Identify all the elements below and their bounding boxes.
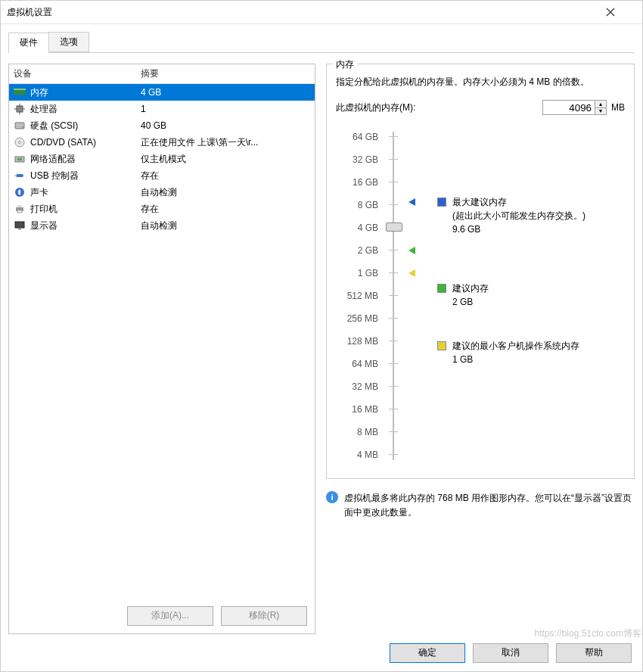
- swatch-max: [437, 198, 446, 207]
- svg-rect-13: [17, 205, 22, 207]
- device-row[interactable]: 声卡自动检测: [9, 184, 315, 201]
- ok-button[interactable]: 确定: [390, 643, 465, 663]
- cpu-icon: [14, 103, 26, 115]
- device-row[interactable]: 内存4 GB: [9, 84, 315, 101]
- memory-tick-label: 1 GB: [336, 262, 378, 285]
- svg-rect-10: [14, 175, 17, 176]
- settings-panel: 内存 指定分配给此虚拟机的内存量。内存大小必须为 4 MB 的倍数。 此虚拟机的…: [326, 64, 635, 634]
- slider-tick: [389, 159, 398, 160]
- memory-info-text: 虚拟机最多将此内存的 768 MB 用作图形内存。您可以在“显示器”设置页面中更…: [344, 491, 635, 520]
- device-row[interactable]: 硬盘 (SCSI)40 GB: [9, 117, 315, 134]
- tab-hardware[interactable]: 硬件: [8, 33, 49, 53]
- close-button[interactable]: [606, 8, 636, 17]
- header-summary: 摘要: [141, 67, 159, 80]
- svg-point-4: [22, 126, 23, 128]
- slider-tick: [389, 386, 398, 387]
- svg-rect-16: [18, 229, 21, 230]
- device-name: CD/DVD (SATA): [30, 137, 141, 148]
- usb-icon: [14, 170, 26, 182]
- legend-recommended-text: 建议内存 2 GB: [452, 282, 489, 309]
- device-name: 网络适配器: [30, 153, 141, 166]
- info-icon: i: [326, 491, 338, 503]
- slider-tick: [389, 204, 398, 205]
- memory-fieldset: 内存 指定分配给此虚拟机的内存量。内存大小必须为 4 MB 的倍数。 此虚拟机的…: [326, 64, 635, 479]
- close-icon: [606, 8, 615, 17]
- add-device-button[interactable]: 添加(A)...: [127, 606, 213, 626]
- window-title: 虚拟机设置: [7, 6, 606, 19]
- device-name: 内存: [30, 86, 141, 99]
- memory-tick-label: 16 MB: [336, 398, 378, 421]
- memory-tick-label: 8 MB: [336, 421, 378, 443]
- slider-tick: [389, 318, 398, 319]
- device-summary: 4 GB: [141, 87, 310, 98]
- memory-slider[interactable]: [384, 126, 402, 466]
- device-summary: 仅主机模式: [141, 153, 310, 166]
- device-name: 硬盘 (SCSI): [30, 120, 141, 132]
- svg-rect-14: [17, 210, 22, 213]
- display-icon: [14, 219, 26, 232]
- marker-recommended: [408, 247, 415, 254]
- memory-tick-label: 128 MB: [336, 330, 378, 353]
- swatch-min: [437, 341, 446, 350]
- memory-tick-label: 32 GB: [336, 148, 378, 171]
- slider-tick: [389, 363, 398, 364]
- device-list[interactable]: 内存4 GB处理器1硬盘 (SCSI)40 GBCD/DVD (SATA)正在使…: [9, 84, 315, 599]
- slider-tick: [389, 454, 398, 455]
- tab-options[interactable]: 选项: [48, 32, 89, 52]
- memory-spin-up[interactable]: ▲: [595, 101, 606, 108]
- memory-tick-labels: 64 GB32 GB16 GB8 GB4 GB2 GB1 GB512 MB256…: [336, 126, 378, 466]
- svg-rect-0: [14, 90, 26, 95]
- svg-rect-8: [17, 158, 22, 160]
- device-row[interactable]: 处理器1: [9, 101, 315, 117]
- device-row[interactable]: CD/DVD (SATA)正在使用文件 上课\第一天\r...: [9, 134, 315, 151]
- memory-tick-label: 256 MB: [336, 307, 378, 330]
- device-row[interactable]: 网络适配器仅主机模式: [9, 151, 315, 167]
- legend-recommended: 建议内存 2 GB: [437, 282, 489, 309]
- device-summary: 40 GB: [141, 120, 310, 131]
- cancel-button[interactable]: 取消: [473, 643, 548, 663]
- titlebar: 虚拟机设置: [1, 1, 642, 24]
- content-area: 设备 摘要 内存4 GB处理器1硬盘 (SCSI)40 GBCD/DVD (SA…: [8, 53, 635, 634]
- slider-tick: [389, 431, 398, 432]
- memory-legend: 最大建议内存 (超出此大小可能发生内存交换。) 9.6 GB 建议内存 2 GB: [437, 126, 625, 466]
- memory-tick-label: 4 MB: [336, 443, 378, 466]
- device-summary: 正在使用文件 上课\第一天\r...: [141, 136, 310, 149]
- memory-fieldset-legend: 内存: [333, 58, 357, 71]
- device-panel: 设备 摘要 内存4 GB处理器1硬盘 (SCSI)40 GBCD/DVD (SA…: [8, 64, 315, 634]
- memory-input-row: 此虚拟机的内存(M): ▲ ▼ MB: [336, 100, 625, 115]
- slider-tick: [389, 136, 398, 137]
- memory-unit: MB: [611, 102, 625, 113]
- tab-bar: 硬件 选项: [8, 32, 635, 53]
- sound-icon: [14, 186, 26, 198]
- memory-tick-label: 2 GB: [336, 239, 378, 262]
- help-button[interactable]: 帮助: [556, 643, 632, 663]
- memory-field-label: 此虚拟机的内存(M):: [336, 101, 415, 114]
- swatch-recommended: [437, 284, 446, 293]
- memory-description: 指定分配给此虚拟机的内存量。内存大小必须为 4 MB 的倍数。: [336, 75, 625, 89]
- device-buttons: 添加(A)... 移除(R): [9, 599, 315, 633]
- device-row[interactable]: USB 控制器存在: [9, 167, 315, 184]
- memory-icon: [14, 86, 26, 98]
- legend-max: 最大建议内存 (超出此大小可能发生内存交换。) 9.6 GB: [437, 195, 586, 236]
- svg-point-6: [19, 142, 21, 144]
- marker-min: [408, 269, 415, 277]
- memory-tick-label: 32 MB: [336, 375, 378, 398]
- svg-rect-15: [15, 222, 24, 228]
- device-name: 显示器: [30, 219, 141, 232]
- device-row[interactable]: 打印机存在: [9, 201, 315, 217]
- device-summary: 1: [141, 104, 310, 114]
- slider-tick: [389, 182, 398, 182]
- memory-spin-down[interactable]: ▼: [595, 108, 606, 115]
- cd-icon: [14, 136, 26, 148]
- device-summary: 存在: [141, 170, 310, 182]
- device-summary: 存在: [141, 203, 310, 216]
- slider-thumb[interactable]: [386, 222, 402, 232]
- dialog-footer: 确定 取消 帮助: [1, 634, 642, 671]
- memory-spinner: ▲ ▼: [542, 100, 607, 115]
- device-row[interactable]: 显示器自动检测: [9, 217, 315, 234]
- device-name: 处理器: [30, 103, 141, 116]
- memory-input[interactable]: [542, 100, 595, 115]
- memory-tick-label: 512 MB: [336, 285, 378, 307]
- marker-max: [408, 198, 415, 206]
- remove-device-button[interactable]: 移除(R): [221, 606, 307, 626]
